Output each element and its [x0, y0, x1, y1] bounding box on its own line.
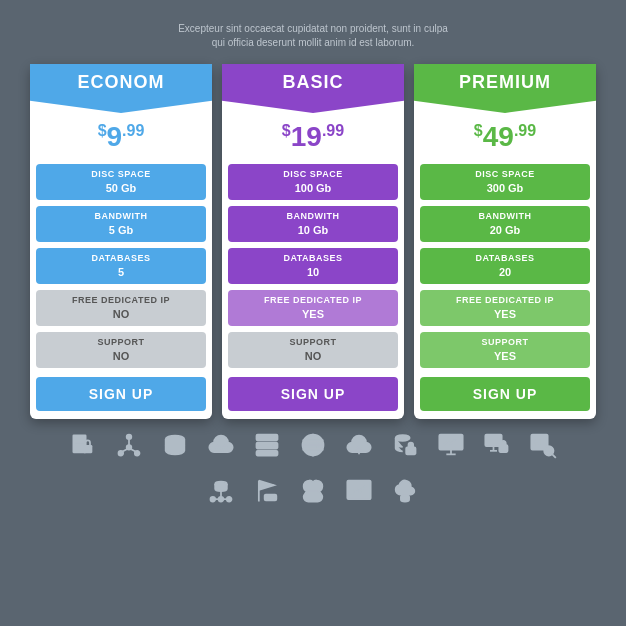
doc-lock-icon	[63, 425, 103, 465]
gear-db-icon	[155, 425, 195, 465]
plans-container: ECONOM$9.99DISC SPACE50 GbBANDWITH5 GbDA…	[12, 64, 614, 419]
plan-card-econom: ECONOM$9.99DISC SPACE50 GbBANDWITH5 GbDA…	[30, 64, 212, 419]
signup-button-econom[interactable]: SIGN UP	[36, 377, 206, 411]
svg-line-9	[123, 449, 128, 451]
feature-bandwith-econom: BANDWITH5 Gb	[36, 206, 206, 242]
svg-point-13	[223, 446, 227, 450]
svg-rect-16	[257, 451, 278, 456]
db-network-icon	[201, 471, 241, 511]
cloud-db-icon	[385, 471, 425, 511]
flag-server-icon	[247, 471, 287, 511]
feature-free-dedicated-ip-basic: FREE DEDICATED IPYES	[228, 290, 398, 326]
feature-databases-basic: DATABASES10	[228, 248, 398, 284]
plan-header-econom: ECONOM	[30, 64, 212, 113]
brain-network-icon	[293, 471, 333, 511]
svg-point-12	[216, 446, 220, 450]
plan-price-econom: $9.99	[30, 113, 212, 161]
plan-header-premium: PREMIUM	[414, 64, 596, 113]
signup-button-basic[interactable]: SIGN UP	[228, 377, 398, 411]
plan-price-basic: $19.99	[222, 113, 404, 161]
feature-support-basic: SUPPORTNO	[228, 332, 398, 368]
svg-point-6	[135, 451, 140, 456]
feature-bandwith-basic: BANDWITH10 Gb	[228, 206, 398, 242]
plan-card-premium: PREMIUM$49.99DISC SPACE300 GbBANDWITH20 …	[414, 64, 596, 419]
svg-line-10	[131, 449, 136, 451]
cloud-upload-icon	[339, 425, 379, 465]
feature-support-econom: SUPPORTNO	[36, 332, 206, 368]
svg-rect-29	[485, 434, 501, 446]
feature-free-dedicated-ip-econom: FREE DEDICATED IPNO	[36, 290, 206, 326]
network-nodes-icon	[109, 425, 149, 465]
icons-section: 01	[23, 419, 603, 515]
cloud-people-icon	[201, 425, 241, 465]
svg-text:01: 01	[534, 439, 542, 447]
desktop-lock-icon	[477, 425, 517, 465]
feature-disc-space-econom: DISC SPACE50 Gb	[36, 164, 206, 200]
svg-rect-3	[83, 445, 92, 453]
globe-icon	[293, 425, 333, 465]
svg-point-24	[396, 435, 410, 441]
plan-card-basic: BASIC$19.99DISC SPACE100 GbBANDWITH10 Gb…	[222, 64, 404, 419]
db-lock-icon	[385, 425, 425, 465]
svg-rect-32	[499, 445, 507, 452]
chart-monitor-icon	[431, 425, 471, 465]
feature-databases-econom: DATABASES5	[36, 248, 206, 284]
svg-point-17	[273, 436, 275, 438]
plan-price-premium: $49.99	[414, 113, 596, 161]
binary-search-icon: 01	[523, 425, 563, 465]
feature-disc-space-premium: DISC SPACE300 Gb	[420, 164, 590, 200]
svg-point-5	[119, 451, 124, 456]
feature-free-dedicated-ip-premium: FREE DEDICATED IPYES	[420, 290, 590, 326]
chart-line-icon	[339, 471, 379, 511]
feature-bandwith-premium: BANDWITH20 Gb	[420, 206, 590, 242]
svg-point-35	[544, 446, 553, 455]
svg-point-7	[127, 445, 132, 450]
feature-support-premium: SUPPORTYES	[420, 332, 590, 368]
svg-rect-25	[406, 447, 415, 454]
svg-line-36	[552, 454, 556, 458]
server-rack-icon	[247, 425, 287, 465]
svg-point-4	[127, 434, 132, 439]
feature-databases-premium: DATABASES20	[420, 248, 590, 284]
signup-button-premium[interactable]: SIGN UP	[420, 377, 590, 411]
page-subtitle: Excepteur sint occaecat cupidatat non pr…	[178, 22, 448, 50]
svg-point-46	[274, 496, 276, 498]
feature-disc-space-basic: DISC SPACE100 Gb	[228, 164, 398, 200]
plan-header-basic: BASIC	[222, 64, 404, 113]
svg-point-18	[273, 445, 275, 447]
